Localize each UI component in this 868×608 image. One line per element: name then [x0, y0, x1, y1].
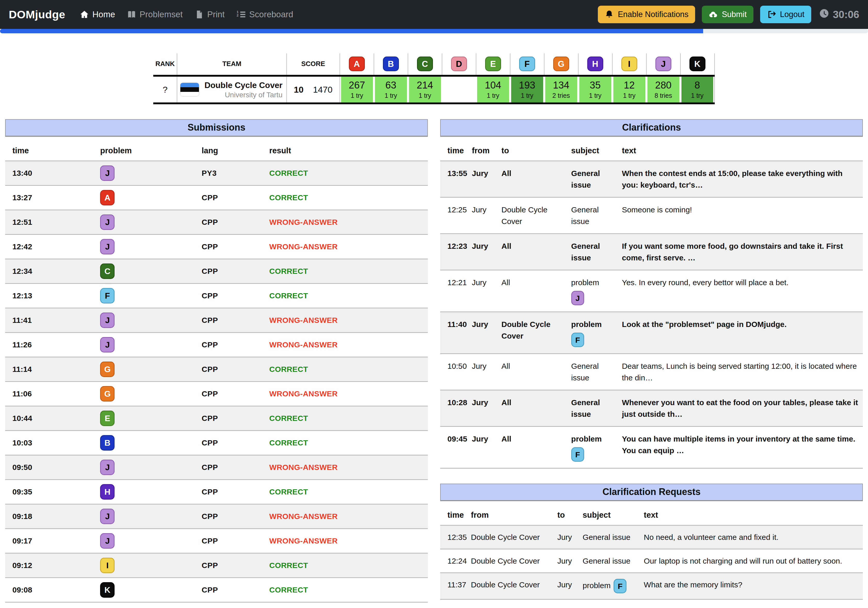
scoreboard-header-row: RANK TEAM SCORE ABCDEFGHIJK — [153, 53, 714, 76]
problem-badge-J: J — [100, 239, 115, 254]
clarification-row[interactable]: 11:40JuryDouble Cycle CoverproblemFLook … — [440, 312, 863, 354]
problem-badge-D: D — [451, 56, 467, 71]
clarification-row[interactable]: 12:21JuryAllproblemJYes. In every round,… — [440, 270, 863, 312]
request-to: Jury — [555, 526, 581, 549]
clarification-request-row[interactable]: 12:35Double Cycle CoverJuryGeneral issue… — [440, 526, 863, 549]
submission-row[interactable]: 09:08KCPPCORRECT — [5, 578, 428, 602]
nav-link-problemset[interactable]: Problemset — [127, 9, 183, 19]
submission-row[interactable]: 09:12ICPPCORRECT — [5, 553, 428, 578]
app-brand[interactable]: DOMjudge — [9, 8, 65, 21]
submission-row[interactable]: 11:06GCPPWRONG-ANSWER — [5, 382, 428, 406]
score-tries: 2 tries — [552, 92, 570, 99]
submission-row[interactable]: 10:44ECPPCORRECT — [5, 406, 428, 431]
clarification-row[interactable]: 10:28JuryAllGeneral issueWhenever you wa… — [440, 390, 863, 427]
clarification-from: Jury — [470, 390, 499, 427]
score-tries: 1 try — [351, 92, 363, 99]
logout-icon — [767, 10, 776, 19]
submission-row[interactable]: 09:18JCPPWRONG-ANSWER — [5, 504, 428, 529]
submission-problem: J — [98, 210, 200, 234]
submission-row[interactable]: 09:35HCPPCORRECT — [5, 480, 428, 504]
submission-row[interactable]: 13:27ACPPCORRECT — [5, 186, 428, 210]
submission-row[interactable]: 09:50JCPPWRONG-ANSWER — [5, 455, 428, 480]
score-column-header: SCORE — [287, 53, 340, 76]
submission-time: 13:40 — [5, 161, 98, 186]
score-cell-A: 2671 try — [340, 76, 374, 104]
problem-badge-C: C — [417, 56, 433, 71]
score-cell-B: 631 try — [374, 76, 408, 104]
request-from: Double Cycle Cover — [469, 549, 555, 573]
clarification-text: If you want some more food, go downstair… — [620, 234, 863, 270]
submission-problem: G — [98, 382, 200, 406]
clarifications-table: timefromtosubjecttext 13:55JuryAllGenera… — [440, 140, 863, 468]
logout-button[interactable]: Logout — [760, 6, 811, 23]
submissions-title: Submissions — [5, 119, 428, 137]
submission-row[interactable]: 09:17JCPPWRONG-ANSWER — [5, 529, 428, 553]
submission-row[interactable]: 11:14GCPPCORRECT — [5, 357, 428, 382]
submission-row[interactable]: 11:41JCPPWRONG-ANSWER — [5, 308, 428, 333]
nav-link-home[interactable]: Home — [80, 9, 115, 19]
clarification-row[interactable]: 13:55JuryAllGeneral issueWhen the contes… — [440, 161, 863, 197]
problem-column-header-F: F — [510, 53, 544, 76]
clarification-from: Jury — [470, 312, 499, 354]
nav-link-label: Print — [207, 9, 225, 19]
score-cell-J: 2808 tries — [646, 76, 680, 104]
submission-row[interactable]: 12:34CCPPCORRECT — [5, 259, 428, 284]
clarification-from: Jury — [470, 270, 499, 312]
score-time: 104 — [485, 80, 501, 91]
score-time: 12 — [624, 80, 635, 91]
clarifications-column-header-subject: subject — [569, 140, 620, 161]
clarification-subject: problemF — [569, 312, 620, 354]
nav-link-print[interactable]: Print — [195, 9, 225, 19]
request-from: Double Cycle Cover — [469, 573, 555, 599]
nav-link-scoreboard[interactable]: 12Scoreboard — [237, 9, 293, 19]
problem-badge-A: A — [100, 190, 115, 205]
nav-links: HomeProblemsetPrint12Scoreboard — [80, 9, 293, 19]
clarification-request-row[interactable]: 11:37Double Cycle CoverJuryproblemFWhat … — [440, 573, 863, 599]
problem-badge-C: C — [100, 264, 115, 279]
clarification-row[interactable]: 12:23JuryAllGeneral issueIf you want som… — [440, 234, 863, 270]
submission-result: WRONG-ANSWER — [267, 308, 428, 333]
problem-badge-A: A — [349, 56, 365, 71]
problem-column-header-D: D — [442, 53, 476, 76]
submission-row[interactable]: 12:42JCPPWRONG-ANSWER — [5, 234, 428, 259]
submission-row[interactable]: 13:40JPY3CORRECT — [5, 161, 428, 186]
submission-problem: C — [98, 259, 200, 284]
clarification-request-row[interactable]: 12:24Double Cycle CoverJuryGeneral issue… — [440, 549, 863, 573]
submission-time: 09:17 — [5, 529, 98, 553]
team-penalty: 1470 — [313, 85, 333, 95]
submission-lang: CPP — [200, 578, 267, 602]
clarification-subject-label: General issue — [571, 397, 618, 420]
clarification-row[interactable]: 12:25JuryDouble Cycle CoverGeneral issue… — [440, 197, 863, 234]
clarification-subject-label: problem — [571, 318, 618, 330]
problem-badge-J: J — [571, 291, 584, 305]
submission-time: 11:41 — [5, 308, 98, 333]
clarification-subject-problem: J — [571, 291, 618, 305]
submission-problem: G — [98, 357, 200, 382]
clarification-row[interactable]: 10:50JuryAllGeneral issueDear teams, Lun… — [440, 354, 863, 390]
submission-row[interactable]: 10:03BCPPCORRECT — [5, 431, 428, 455]
submission-problem: A — [98, 186, 200, 210]
nav-link-label: Home — [92, 9, 115, 19]
clarification-subject-label: General issue — [571, 240, 618, 264]
clarification-row[interactable]: 09:45JuryAllproblemFYou can have multipl… — [440, 427, 863, 468]
submission-lang: CPP — [200, 382, 267, 406]
enable-notifications-button[interactable]: Enable Notifications — [598, 6, 695, 23]
submission-row[interactable]: 12:51JCPPWRONG-ANSWER — [5, 210, 428, 234]
clock-icon — [819, 9, 829, 21]
clarification-time: 12:21 — [440, 270, 470, 312]
problem-badge-F: F — [614, 579, 626, 593]
clarification-time: 10:50 — [440, 354, 470, 390]
submission-row[interactable]: 11:26JCPPWRONG-ANSWER — [5, 333, 428, 357]
submission-problem: K — [98, 578, 200, 602]
score-tries: 1 try — [418, 92, 431, 99]
submission-row[interactable]: 12:13FCPPCORRECT — [5, 284, 428, 308]
clarification-time: 10:28 — [440, 390, 470, 427]
submission-lang: CPP — [200, 259, 267, 284]
problem-badge-F: F — [519, 56, 535, 71]
submit-button[interactable]: Submit — [702, 6, 753, 23]
problem-column-header-K: K — [680, 53, 715, 76]
clarification-requests-title: Clarification Requests — [440, 484, 863, 501]
clarification-from: Jury — [470, 354, 499, 390]
request-subject-label: General issue — [583, 533, 630, 541]
timer-value: 30:06 — [833, 9, 859, 20]
